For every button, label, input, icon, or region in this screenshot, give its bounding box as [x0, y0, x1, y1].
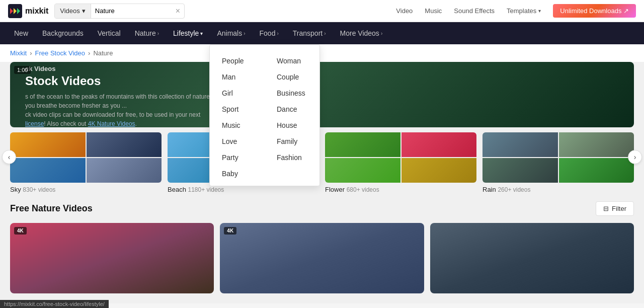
status-url: https://mixkit.co/free-stock-video/lifes… — [4, 301, 105, 303]
dropdown-item-party[interactable]: Party — [210, 149, 265, 166]
search-input[interactable] — [91, 4, 172, 18]
dropdown-item-couple[interactable]: Couple — [265, 69, 319, 85]
search-clear-button[interactable]: × — [172, 4, 184, 18]
animals-chevron-icon: › — [244, 31, 245, 36]
video-thumb-2 — [220, 223, 424, 293]
flower-img-2 — [401, 132, 477, 157]
templates-chevron-icon: ▾ — [538, 8, 541, 14]
logo-text: mixkit — [25, 7, 48, 16]
nav-item-more-videos[interactable]: More Videos › — [334, 22, 389, 44]
dropdown-item-people[interactable]: People — [210, 53, 265, 69]
dropdown-item-house[interactable]: House — [265, 117, 319, 133]
top-nav-video[interactable]: Video — [396, 7, 413, 15]
flower-label: Flower 680+ videos — [325, 186, 476, 193]
breadcrumb: Mixkit › Free Stock Video › Nature — [0, 44, 644, 62]
hero-main-title: Stock Videos — [25, 74, 101, 88]
dropdown-item-business[interactable]: Business — [265, 85, 319, 101]
dropdown-item-family[interactable]: Family — [265, 133, 319, 149]
dropdown-item-baby[interactable]: Baby — [210, 166, 265, 182]
flower-images — [325, 132, 476, 183]
top-bar: mixkit Videos ▾ × Video Music Sound Effe… — [0, 0, 644, 22]
hero-content: ck Videos Stock Videos s of the ocean to… — [10, 62, 634, 127]
sky-img-1 — [10, 132, 86, 157]
nav-item-transport[interactable]: Transport › — [287, 22, 332, 44]
sky-images — [10, 132, 162, 183]
video-thumb-3 — [430, 223, 634, 293]
search-type-button[interactable]: Videos ▾ — [55, 4, 91, 18]
free-section-title: Free Nature Videos — [10, 203, 93, 214]
category-card-rain[interactable]: Rain 260+ videos — [482, 132, 634, 193]
top-nav-sound-effects[interactable]: Sound Effects — [454, 7, 495, 15]
logo[interactable]: mixkit — [8, 4, 48, 18]
breadcrumb-mixkit[interactable]: Mixkit — [10, 49, 27, 57]
more-videos-chevron-icon: › — [381, 31, 382, 36]
nav-item-backgrounds[interactable]: Backgrounds — [36, 22, 90, 44]
search-type-chevron: ▾ — [82, 7, 86, 15]
flower-img-3 — [325, 158, 400, 183]
category-prev-button[interactable]: ‹ — [2, 150, 16, 164]
free-section-header: Free Nature Videos ⊟ Filter — [10, 201, 634, 216]
nature-chevron-icon: › — [157, 31, 159, 36]
nav-item-vertical[interactable]: Vertical — [92, 22, 127, 44]
filter-icon: ⊟ — [603, 205, 609, 212]
lifestyle-chevron-icon: ▾ — [200, 31, 203, 36]
rain-img-1 — [482, 132, 558, 157]
main-nav: New Backgrounds Vertical Nature › Lifest… — [0, 22, 644, 44]
lifestyle-dropdown: People Woman Man Couple Girl Business Sp… — [209, 44, 320, 186]
dropdown-item-fashion[interactable]: Fashion — [265, 149, 319, 166]
dropdown-item-music[interactable]: Music — [210, 117, 265, 133]
sky-img-3 — [10, 158, 86, 183]
dropdown-item-dance[interactable]: Dance — [265, 101, 319, 117]
video-thumb-1 — [10, 223, 214, 293]
hero-4k-link[interactable]: 4K Nature Videos — [88, 120, 135, 127]
category-next-button[interactable]: › — [628, 150, 642, 164]
rain-img-3 — [482, 158, 558, 183]
nav-item-animals[interactable]: Animals › — [211, 22, 251, 44]
nav-item-new[interactable]: New — [8, 22, 34, 44]
hero-section: 1:00 ck Videos Stock Videos s of the oce… — [10, 62, 634, 127]
video-grid: 4K 4K — [10, 223, 634, 293]
main-content: Mixkit › Free Stock Video › Nature 1:00 … — [0, 44, 644, 303]
nav-item-nature[interactable]: Nature › — [129, 22, 165, 44]
rain-img-2 — [559, 132, 634, 157]
video-badge-1: 4K — [14, 227, 27, 235]
breadcrumb-sep-2: › — [88, 49, 90, 57]
top-bar-left: mixkit Videos ▾ × — [8, 4, 185, 19]
rain-images — [482, 132, 634, 183]
breadcrumb-free-stock-video[interactable]: Free Stock Video — [35, 49, 85, 57]
dropdown-item-sport[interactable]: Sport — [210, 101, 265, 117]
nav-item-food[interactable]: Food › — [254, 22, 285, 44]
dropdown-item-woman[interactable]: Woman — [265, 53, 319, 69]
rain-img-4 — [559, 158, 634, 183]
transport-chevron-icon: › — [324, 31, 326, 36]
category-card-sky[interactable]: Sky 830+ videos — [10, 132, 162, 193]
filter-button[interactable]: ⊟ Filter — [596, 201, 634, 216]
top-nav-music[interactable]: Music — [425, 7, 442, 15]
status-bar: https://mixkit.co/free-stock-video/lifes… — [0, 300, 109, 303]
breadcrumb-sep-1: › — [30, 49, 32, 57]
mixkit-logo-icon — [8, 4, 22, 18]
category-row: Sky 830+ videos Beach 1180+ videos — [10, 132, 634, 193]
dropdown-item-girl[interactable]: Girl — [210, 85, 265, 101]
hero-timer: 1:00 — [14, 66, 31, 74]
sky-img-2 — [87, 132, 162, 157]
video-card-1[interactable]: 4K — [10, 223, 214, 293]
sky-img-4 — [87, 158, 162, 183]
breadcrumb-nature: Nature — [93, 49, 113, 57]
rain-label: Rain 260+ videos — [482, 186, 634, 193]
dropdown-item-man[interactable]: Man — [210, 69, 265, 85]
clear-icon: × — [176, 7, 180, 16]
top-nav-templates[interactable]: Templates ▾ — [507, 7, 541, 15]
sky-label: Sky 830+ videos — [10, 186, 162, 193]
video-card-3[interactable] — [430, 223, 634, 293]
category-card-flower[interactable]: Flower 680+ videos — [325, 132, 476, 193]
video-card-2[interactable]: 4K — [220, 223, 424, 293]
dropdown-item-love[interactable]: Love — [210, 133, 265, 149]
top-bar-right: Video Music Sound Effects Templates ▾ Un… — [396, 4, 636, 18]
nav-item-lifestyle[interactable]: Lifestyle ▾ — [167, 22, 209, 44]
beach-label: Beach 1180+ videos — [168, 186, 319, 193]
flower-img-1 — [325, 132, 400, 157]
unlimited-downloads-button[interactable]: Unlimited Downloads ↗ — [553, 4, 636, 18]
hero-license-link[interactable]: license — [25, 120, 44, 127]
flower-img-4 — [401, 158, 477, 183]
